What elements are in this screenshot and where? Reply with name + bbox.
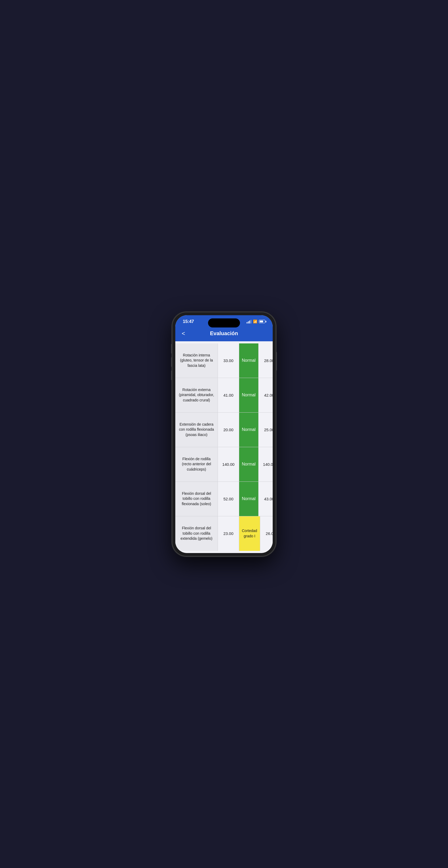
row-value-right-2: 25.00 xyxy=(259,412,273,447)
row-status-1: Normal xyxy=(239,378,259,412)
battery-icon xyxy=(259,320,265,323)
page-title: Evaluación xyxy=(210,331,238,337)
row-value-right-5: 26.00 xyxy=(260,516,273,551)
row-label-2: Extensión de cadera con rodilla flexiona… xyxy=(175,412,218,447)
phone-frame: 15:47 📶 < Evaluación Rotación i xyxy=(172,312,276,556)
wifi-icon: 📶 xyxy=(253,319,257,323)
signal-bar-3 xyxy=(249,320,250,323)
row-value-left-5: 23.00 xyxy=(218,516,239,551)
status-time: 15:47 xyxy=(183,319,194,324)
row-label-4: Flexión dorsal del tobillo con rodilla f… xyxy=(175,482,218,516)
signal-bar-2 xyxy=(248,321,249,323)
table-row: Flexión dorsal del tobillo con rodilla e… xyxy=(175,516,273,551)
row-value-left-4: 52.00 xyxy=(218,482,239,516)
table-row: Rotación externa (piramidal, obturador, … xyxy=(175,378,273,412)
table-row: Rotación interna (gluteo, tensor de la f… xyxy=(175,343,273,378)
row-value-right-4: 43.00 xyxy=(259,482,273,516)
row-value-left-0: 33.00 xyxy=(218,343,239,378)
phone-screen: 15:47 📶 < Evaluación Rotación i xyxy=(175,315,273,553)
row-value-right-1: 42.00 xyxy=(259,378,273,412)
evaluation-table: Rotación interna (gluteo, tensor de la f… xyxy=(175,341,273,553)
battery-fill xyxy=(260,320,263,322)
dynamic-island xyxy=(208,318,240,328)
signal-bar-1 xyxy=(247,322,247,323)
row-value-left-2: 20.00 xyxy=(218,412,239,447)
row-value-right-0: 28.00 xyxy=(259,343,273,378)
table-row: Extensión de cadera con rodilla flexiona… xyxy=(175,412,273,447)
row-status-4: Normal xyxy=(239,482,259,516)
row-label-5: Flexión dorsal del tobillo con rodilla e… xyxy=(175,516,218,551)
row-status-3: Normal xyxy=(239,447,259,482)
table-row: Flexión dorsal del tobillo con rodilla f… xyxy=(175,482,273,516)
row-label-1: Rotación externa (piramidal, obturador, … xyxy=(175,378,218,412)
row-status-5: Cortedad grado I xyxy=(239,516,260,551)
nav-bar: < Evaluación xyxy=(175,327,273,341)
row-value-right-3: 140.00 xyxy=(259,447,273,482)
back-button[interactable]: < xyxy=(180,330,187,338)
signal-bars-icon xyxy=(247,320,251,323)
row-label-0: Rotación interna (gluteo, tensor de la f… xyxy=(175,343,218,378)
row-status-0: Normal xyxy=(239,343,259,378)
status-icons: 📶 xyxy=(247,319,265,323)
signal-bar-4 xyxy=(250,320,251,323)
row-value-left-3: 140.00 xyxy=(218,447,239,482)
row-value-left-1: 41.00 xyxy=(218,378,239,412)
table-row: Flexión de rodilla (recto anterior del c… xyxy=(175,447,273,482)
row-label-3: Flexión de rodilla (recto anterior del c… xyxy=(175,447,218,482)
row-status-2: Normal xyxy=(239,412,259,447)
